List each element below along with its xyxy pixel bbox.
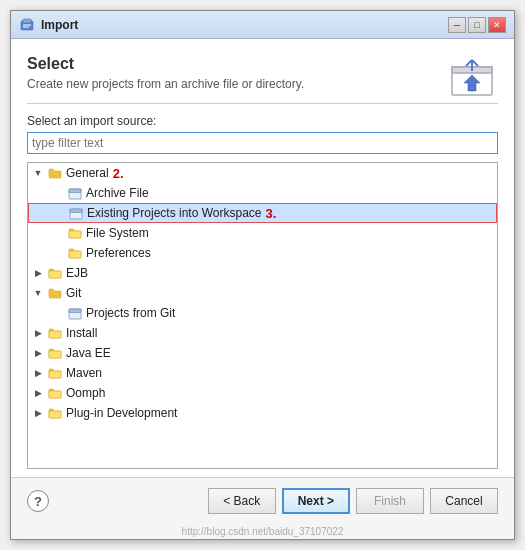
import-dialog: Import ─ □ ✕ Select Create new projects … <box>10 10 515 540</box>
tree-collapse-icon: ▶ <box>32 267 44 279</box>
svg-rect-23 <box>49 411 61 418</box>
tree-collapse-icon: ▶ <box>32 347 44 359</box>
svg-rect-14 <box>69 231 81 238</box>
step-badge: 3. <box>266 206 277 221</box>
next-button[interactable]: Next > <box>282 488 350 514</box>
folder-icon <box>67 245 83 261</box>
tree-item-preferences[interactable]: Preferences <box>28 243 497 263</box>
svg-rect-15 <box>69 251 81 258</box>
tree-item-label: EJB <box>66 266 88 280</box>
tree-item-install[interactable]: ▶ Install <box>28 323 497 343</box>
dialog-header: Select Create new projects from an archi… <box>27 55 498 103</box>
tree-collapse-icon: ▶ <box>32 407 44 419</box>
svg-rect-18 <box>69 309 81 313</box>
dialog-footer: ? < Back Next > Finish Cancel <box>11 477 514 524</box>
tree-item-ejb[interactable]: ▶ EJB <box>28 263 497 283</box>
tree-collapse-icon: ▶ <box>32 387 44 399</box>
step-badge: 2. <box>113 166 124 181</box>
cancel-button[interactable]: Cancel <box>430 488 498 514</box>
divider <box>27 103 498 104</box>
folder-closed-icon <box>47 345 63 361</box>
tree-item-label: Git <box>66 286 81 300</box>
tree-item-projects-from-git[interactable]: Projects from Git <box>28 303 497 323</box>
tree-item-file-system[interactable]: File System <box>28 223 497 243</box>
tree-item-maven[interactable]: ▶ Maven <box>28 363 497 383</box>
tree-item-label: Projects from Git <box>86 306 175 320</box>
svg-rect-19 <box>49 331 61 338</box>
tree-item-label: Install <box>66 326 97 340</box>
svg-rect-13 <box>70 209 82 213</box>
folder-icon <box>67 225 83 241</box>
folder-open-icon <box>47 165 63 181</box>
tree-item-oomph[interactable]: ▶ Oomph <box>28 383 497 403</box>
project-icon <box>67 305 83 321</box>
window-title: Import <box>41 18 448 32</box>
dialog-content: Select Create new projects from an archi… <box>11 39 514 477</box>
header-text: Select Create new projects from an archi… <box>27 55 446 103</box>
minimize-button[interactable]: ─ <box>448 17 466 33</box>
folder-closed-icon <box>47 385 63 401</box>
finish-button[interactable]: Finish <box>356 488 424 514</box>
tree-item-label: File System <box>86 226 149 240</box>
folder-closed-icon <box>47 325 63 341</box>
tree-expand-icon: ▼ <box>32 287 44 299</box>
tree-item-label: Java EE <box>66 346 111 360</box>
svg-rect-16 <box>49 271 61 278</box>
svg-rect-21 <box>49 371 61 378</box>
help-button[interactable]: ? <box>27 490 49 512</box>
close-button[interactable]: ✕ <box>488 17 506 33</box>
tree-item-label: General <box>66 166 109 180</box>
import-icon <box>446 55 498 99</box>
filter-label: Select an import source: <box>27 114 498 128</box>
folder-closed-icon <box>47 405 63 421</box>
tree-item-plug-in-dev[interactable]: ▶ Plug-in Development <box>28 403 497 423</box>
tree-item-label: Plug-in Development <box>66 406 177 420</box>
svg-rect-22 <box>49 391 61 398</box>
tree-item-label: Archive File <box>86 186 149 200</box>
folder-open-icon <box>47 285 63 301</box>
folder-closed-icon <box>47 265 63 281</box>
tree-item-label: Maven <box>66 366 102 380</box>
navigation-buttons: < Back Next > Finish Cancel <box>208 488 498 514</box>
import-source-tree[interactable]: ▼ General 2. Archive File Existing Proje… <box>27 162 498 469</box>
tree-expand-icon: ▼ <box>32 167 44 179</box>
back-button[interactable]: < Back <box>208 488 276 514</box>
maximize-button[interactable]: □ <box>468 17 486 33</box>
window-icon <box>19 17 35 33</box>
svg-rect-20 <box>49 351 61 358</box>
tree-item-git[interactable]: ▼ Git <box>28 283 497 303</box>
filter-input[interactable] <box>27 132 498 154</box>
tree-collapse-icon: ▶ <box>32 367 44 379</box>
tree-collapse-icon: ▶ <box>32 327 44 339</box>
svg-rect-1 <box>23 19 31 23</box>
folder-closed-icon <box>47 365 63 381</box>
tree-item-existing-projects[interactable]: Existing Projects into Workspace 3. <box>28 203 497 223</box>
svg-rect-11 <box>69 189 81 193</box>
section-description: Create new projects from an archive file… <box>27 77 446 91</box>
tree-item-label: Oomph <box>66 386 105 400</box>
title-bar: Import ─ □ ✕ <box>11 11 514 39</box>
tree-item-label: Existing Projects into Workspace <box>87 206 262 220</box>
tree-item-label: Preferences <box>86 246 151 260</box>
project-icon <box>68 205 84 221</box>
project-icon <box>67 185 83 201</box>
tree-item-java-ee[interactable]: ▶ Java EE <box>28 343 497 363</box>
tree-item-general[interactable]: ▼ General 2. <box>28 163 497 183</box>
watermark: http://blog.csdn.net/baidu_37107022 <box>11 524 514 539</box>
section-title: Select <box>27 55 446 73</box>
window-controls: ─ □ ✕ <box>448 17 506 33</box>
tree-item-archive-file[interactable]: Archive File <box>28 183 497 203</box>
